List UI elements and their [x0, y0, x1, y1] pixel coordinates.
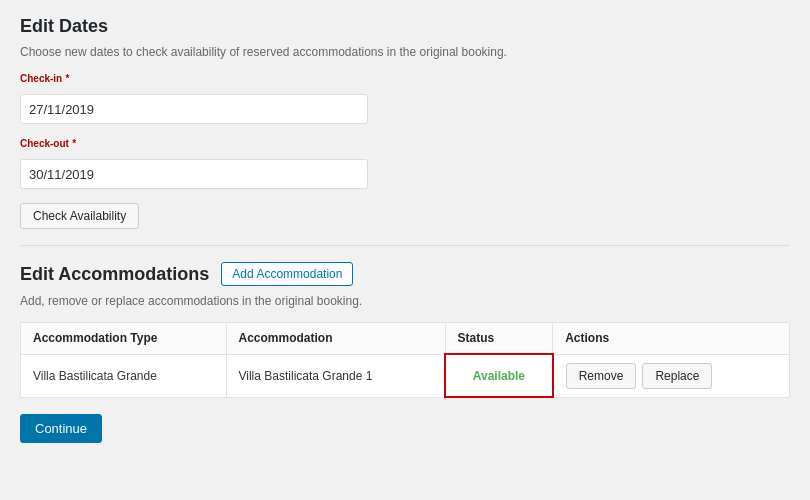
section-divider [20, 245, 790, 246]
col-status-header: Status [445, 323, 553, 355]
cell-actions: RemoveReplace [553, 354, 790, 397]
accommodations-description: Add, remove or replace accommodations in… [20, 294, 790, 308]
accommodations-table: Accommodation Type Accommodation Status … [20, 322, 790, 398]
checkout-input[interactable] [20, 159, 368, 189]
continue-button[interactable]: Continue [20, 414, 102, 443]
status-badge: Available [473, 369, 525, 383]
cell-status: Available [445, 354, 553, 397]
table-header-row: Accommodation Type Accommodation Status … [21, 323, 790, 355]
col-actions-header: Actions [553, 323, 790, 355]
edit-accommodations-title: Edit Accommodations [20, 264, 209, 285]
col-accommodation-header: Accommodation [226, 323, 445, 355]
cell-accommodation: Villa Bastilicata Grande 1 [226, 354, 445, 397]
replace-button[interactable]: Replace [642, 363, 712, 389]
continue-section: Continue [20, 414, 790, 443]
col-type-header: Accommodation Type [21, 323, 227, 355]
cell-type: Villa Bastilicata Grande [21, 354, 227, 397]
remove-button[interactable]: Remove [566, 363, 637, 389]
add-accommodation-button[interactable]: Add Accommodation [221, 262, 353, 286]
checkout-label: Check-out * [20, 138, 790, 155]
checkin-field: Check-in * [20, 73, 790, 124]
edit-dates-description: Choose new dates to check availability o… [20, 45, 790, 59]
checkin-label: Check-in * [20, 73, 790, 90]
check-availability-button[interactable]: Check Availability [20, 203, 139, 229]
page-container: Edit Dates Choose new dates to check ava… [0, 0, 810, 500]
checkin-input[interactable] [20, 94, 368, 124]
edit-accommodations-header: Edit Accommodations Add Accommodation [20, 262, 790, 286]
table-row: Villa Bastilicata GrandeVilla Bastilicat… [21, 354, 790, 397]
edit-dates-title: Edit Dates [20, 16, 790, 37]
checkout-field: Check-out * [20, 138, 790, 189]
